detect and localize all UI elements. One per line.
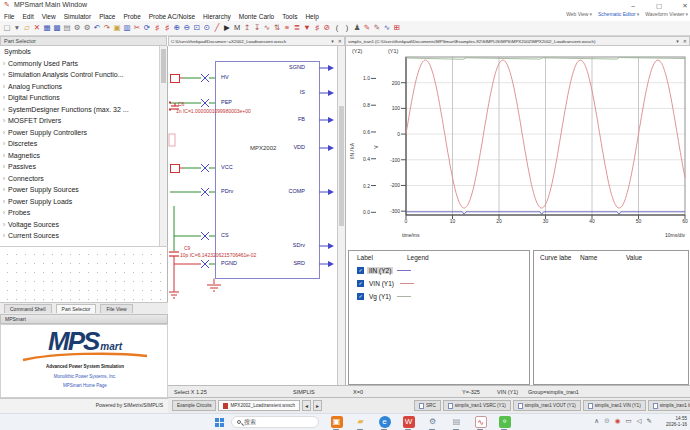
- symbols-item-digital-functions[interactable]: ›Digital Functions: [0, 92, 160, 104]
- tray-hidden-icons-chevron[interactable]: ∧: [594, 417, 599, 425]
- symbols-item-power-supply-sources[interactable]: ›Power Supply Sources: [0, 184, 160, 196]
- tray-tray-red-app-icon[interactable]: ◉: [615, 417, 621, 425]
- legend-row-vin-y1[interactable]: ✓VIN (Y1): [349, 277, 531, 290]
- toolbar-save-all-icon[interactable]: ▩: [52, 22, 62, 34]
- toolbar-zoom-in-icon[interactable]: ⊕: [172, 22, 182, 34]
- toolbar-close-file-icon[interactable]: ✕: [32, 22, 42, 34]
- symbols-scrollbar-thumb[interactable]: [161, 49, 166, 83]
- symbols-item-passives[interactable]: ›Passives: [0, 161, 160, 173]
- toolbar-probe-diff-icon[interactable]: ⇅: [272, 22, 282, 34]
- tab-scroll-left-icon[interactable]: ◂: [302, 400, 311, 411]
- toolbar-zoom-area-icon[interactable]: ⊡: [192, 22, 202, 34]
- symbols-item-connectors[interactable]: ›Connectors: [0, 173, 160, 185]
- symbols-item-simulation-analysis-control-functio[interactable]: ›Simulation Analysis Control Functio...: [0, 69, 160, 81]
- schematic-tab-close-icon[interactable]: ✕: [336, 38, 344, 44]
- toolbar-settings-a-icon[interactable]: ⚙: [72, 22, 82, 34]
- menu-item-place[interactable]: Place: [95, 13, 119, 20]
- view-btn-web-view[interactable]: Web View▾: [566, 11, 592, 17]
- symbols-item-power-supply-loads[interactable]: ›Power Supply Loads: [0, 196, 160, 208]
- toolbar-redo-icon[interactable]: ↷: [102, 22, 112, 34]
- tab-scroll-right-icon[interactable]: ▸: [313, 400, 322, 411]
- toolbar-print-icon[interactable]: ▤: [62, 22, 72, 34]
- toolbar-new-file-icon[interactable]: ▢: [2, 22, 12, 34]
- menu-item-view[interactable]: View: [38, 13, 60, 20]
- toolbar-hash-icon[interactable]: ♯: [312, 22, 322, 34]
- plot-area[interactable]: (Y2) (Y1) IIN / kA V time/ms 10ms/div 20…: [346, 46, 690, 250]
- toolbar-zoom-out-icon[interactable]: ⊖: [182, 22, 192, 34]
- symbols-item-discretes[interactable]: ›Discretes: [0, 138, 160, 150]
- menu-item-hierarchy[interactable]: Hierarchy: [199, 13, 235, 20]
- tray-tray-volume-icon[interactable]: ◁: [637, 417, 642, 425]
- taskbar-wechat-icon[interactable]: ⚬: [498, 416, 511, 430]
- curve-tab-simplis-tran1-imag[interactable]: simplis_tran1 Imag: [648, 400, 690, 411]
- toolbar-gate-b-icon[interactable]: ♯: [162, 22, 172, 34]
- taskbar-orange-app-icon[interactable]: ▣: [330, 416, 343, 430]
- toolbar-probe-voltage-icon[interactable]: ↥: [242, 22, 252, 34]
- checkbox-checked-icon[interactable]: ✓: [357, 293, 364, 300]
- waveform-tab[interactable]: simplis_tran1 (C:\Users\thinkpad\Documen…: [345, 36, 690, 46]
- toolbar-annotate-pen-icon[interactable]: ✎: [362, 22, 372, 34]
- toolbar-refresh-icon[interactable]: ⟳: [142, 22, 152, 34]
- schematic-scrollbar[interactable]: [337, 46, 345, 385]
- windows-start-icon[interactable]: [215, 418, 224, 427]
- toolbar-new-file-menu-icon[interactable]: ▾: [12, 22, 22, 34]
- toolbar-wave-box-icon[interactable]: ∿: [382, 22, 392, 34]
- curve-tab-simplis-tran1-vout-y1[interactable]: simplis_tran1 VOUT (Y1): [513, 400, 581, 411]
- symbols-scrollbar[interactable]: [159, 46, 167, 246]
- toolbar-annotate-pen2-icon[interactable]: ✎: [372, 22, 382, 34]
- toolbar-person-icon[interactable]: ♟: [352, 22, 362, 34]
- menu-item-monte-carlo[interactable]: Monte Carlo: [235, 13, 278, 20]
- symbols-item-systemdesigner-functions-max-32[interactable]: ›SystemDesigner Functions (max. 32 ...: [0, 104, 160, 116]
- toolbar-gate-a-icon[interactable]: ♯: [152, 22, 162, 34]
- toolbar-model-icon[interactable]: M: [232, 22, 242, 34]
- taskbar-document-app-icon[interactable]: ▤: [450, 416, 463, 430]
- toolbar-no-entry-icon[interactable]: ⊘: [322, 22, 332, 34]
- tray-tray-pen-icon[interactable]: ✎: [647, 417, 652, 425]
- toolbar-paren-close-icon[interactable]: ): [342, 22, 352, 34]
- menu-item-edit[interactable]: Edit: [18, 13, 37, 20]
- toolbar-ladder-a-icon[interactable]: ≡: [282, 22, 292, 34]
- toolbar-undo-icon[interactable]: ↶: [92, 22, 102, 34]
- toolbar-paste-icon[interactable]: ▥: [122, 22, 132, 34]
- toolbar-save-icon[interactable]: ▦: [42, 22, 52, 34]
- doc-tab-example-circuits[interactable]: Example Circuits: [172, 400, 216, 411]
- maximize-button[interactable]: ▢: [648, 0, 670, 11]
- toolbar-open-folder-icon[interactable]: ▱: [22, 22, 32, 34]
- menu-item-probe[interactable]: Probe: [119, 13, 144, 20]
- symbols-item-commonly-used-parts[interactable]: ›Commonly Used Parts: [0, 58, 160, 70]
- taskbar-search[interactable]: 搜索: [231, 416, 319, 428]
- symbols-item-mosfet-drivers[interactable]: ›MOSFET Drivers: [0, 115, 160, 127]
- symbols-item-voltage-sources[interactable]: ›Voltage Sources: [0, 219, 160, 231]
- checkbox-checked-icon[interactable]: ✓: [357, 267, 364, 274]
- curve-tab-src[interactable]: SRC: [414, 400, 441, 411]
- toolbar-probe-current-icon[interactable]: ↧: [252, 22, 262, 34]
- home-page-link[interactable]: MPSmart Home Page: [1, 383, 169, 388]
- menu-item-simulator[interactable]: Simulator: [60, 13, 95, 20]
- checkbox-checked-icon[interactable]: ✓: [357, 280, 364, 287]
- minimize-button[interactable]: –: [622, 0, 644, 11]
- taskbar-file-explorer-icon[interactable]: ▰: [354, 416, 367, 430]
- curve-tab-simplis-tran1-vin-y1[interactable]: simplis_tran1 VIN (Y1): [583, 400, 646, 411]
- part-preview-canvas[interactable]: [0, 246, 168, 302]
- toolbar-cut-icon[interactable]: ✂: [132, 22, 142, 34]
- close-button[interactable]: ✕: [674, 0, 690, 11]
- toolbar-sheet-icon[interactable]: ⊞: [392, 22, 402, 34]
- menu-item-probe-ac-noise[interactable]: Probe AC/Noise: [145, 13, 199, 20]
- taskbar-edge-browser-icon[interactable]: e: [378, 416, 391, 430]
- taskbar-settings-app-icon[interactable]: ⚙: [426, 416, 439, 430]
- toolbar-probe-ac-icon[interactable]: ∿: [262, 22, 272, 34]
- toolbar-settings-b-icon[interactable]: ⚙: [82, 22, 92, 34]
- toolbar-copy-icon[interactable]: ▣: [112, 22, 122, 34]
- toolbar-run-simulation-icon[interactable]: ▶: [222, 22, 232, 34]
- schematic-tab[interactable]: C:\Users\thinkpad\Documen~=X2002_Loadtra…: [168, 36, 345, 46]
- curve-tab-simplis-tran1-vsrc-y1[interactable]: simplis_tran1 VSRC (Y1): [443, 400, 511, 411]
- toolbar-paren-open-icon[interactable]: (: [332, 22, 342, 34]
- view-btn-schematic-editor[interactable]: Schematic Editor▾: [598, 11, 639, 17]
- symbols-item-analog-functions[interactable]: ›Analog Functions: [0, 81, 160, 93]
- taskbar-mpsmart-app-icon[interactable]: ∿: [474, 416, 487, 430]
- menu-item-file[interactable]: File: [0, 13, 18, 20]
- left-tab-file-view[interactable]: File View: [100, 304, 132, 313]
- toolbar-marker-icon[interactable]: ▼: [302, 22, 312, 34]
- symbols-item-probes[interactable]: ›Probes: [0, 207, 160, 219]
- taskbar-wps-icon[interactable]: W: [402, 416, 415, 430]
